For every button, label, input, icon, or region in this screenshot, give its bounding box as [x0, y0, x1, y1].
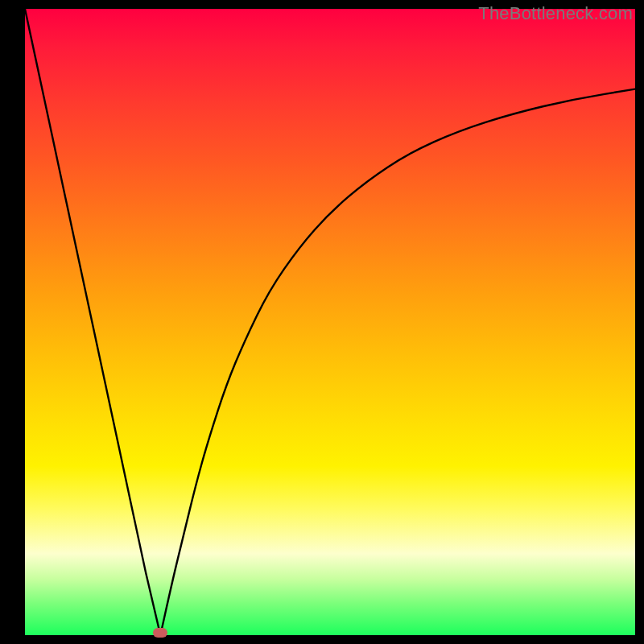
attribution-text: TheBottleneck.com	[478, 3, 633, 24]
minimum-marker	[153, 628, 167, 638]
right-branch-path	[160, 89, 635, 635]
curve-layer	[25, 9, 635, 635]
chart-frame: TheBottleneck.com	[0, 0, 644, 644]
left-branch-path	[25, 9, 160, 635]
